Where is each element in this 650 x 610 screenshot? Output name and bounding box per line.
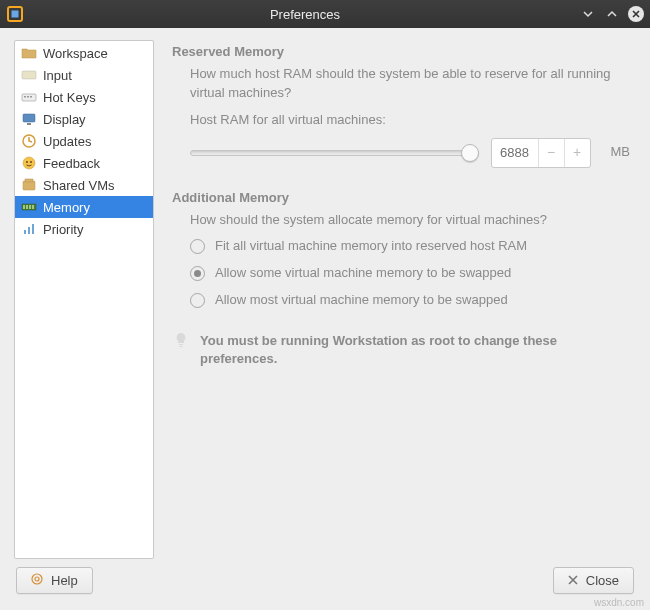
radio-icon: [190, 293, 205, 308]
ram-slider-row: − + MB: [190, 138, 630, 168]
svg-rect-13: [23, 181, 35, 190]
reserved-memory-section: How much host RAM should the system be a…: [172, 65, 630, 168]
reserved-memory-title: Reserved Memory: [172, 44, 630, 59]
radio-label: Fit all virtual machine memory into rese…: [215, 237, 527, 256]
radio-icon: [190, 239, 205, 254]
shared-icon: [21, 177, 37, 193]
svg-rect-17: [26, 205, 28, 209]
slider-label: Host RAM for all virtual machines:: [190, 111, 630, 130]
svg-point-23: [32, 574, 42, 584]
svg-rect-22: [32, 224, 34, 234]
sidebar-item-input[interactable]: Input: [15, 64, 153, 86]
ram-unit: MB: [611, 143, 631, 162]
close-window-button[interactable]: [628, 6, 644, 22]
main-panel: Reserved Memory How much host RAM should…: [172, 40, 636, 559]
sidebar-item-sharedvms[interactable]: Shared VMs: [15, 174, 153, 196]
updates-icon: [21, 133, 37, 149]
svg-rect-8: [27, 123, 31, 125]
sidebar-item-memory[interactable]: Memory: [15, 196, 153, 218]
input-icon: [21, 67, 37, 83]
lightbulb-icon: [172, 332, 190, 352]
reserved-memory-desc: How much host RAM should the system be a…: [190, 65, 630, 103]
minimize-button[interactable]: [580, 6, 596, 22]
additional-memory-desc: How should the system allocate memory fo…: [190, 211, 630, 230]
help-icon: [31, 573, 43, 588]
sidebar-item-priority[interactable]: Priority: [15, 218, 153, 240]
sidebar-item-label: Workspace: [43, 46, 108, 61]
sidebar-item-label: Memory: [43, 200, 90, 215]
svg-rect-14: [25, 179, 33, 182]
dialog-footer: Help Close: [14, 559, 636, 604]
sidebar-item-updates[interactable]: Updates: [15, 130, 153, 152]
spin-plus-button[interactable]: +: [564, 139, 590, 167]
radio-label: Allow most virtual machine memory to be …: [215, 291, 508, 310]
slider-rail: [190, 150, 479, 156]
ram-value-input[interactable]: [492, 139, 538, 167]
svg-rect-16: [23, 205, 25, 209]
svg-rect-18: [29, 205, 31, 209]
feedback-icon: [21, 155, 37, 171]
svg-rect-5: [27, 96, 29, 98]
svg-rect-7: [23, 114, 35, 122]
svg-rect-2: [22, 71, 36, 79]
window-title: Preferences: [30, 7, 580, 22]
sidebar-item-feedback[interactable]: Feedback: [15, 152, 153, 174]
app-icon: [6, 5, 24, 23]
folder-icon: [21, 45, 37, 61]
titlebar-buttons: [580, 6, 644, 22]
sidebar-item-label: Input: [43, 68, 72, 83]
sidebar-item-hotkeys[interactable]: Hot Keys: [15, 86, 153, 108]
sidebar-item-label: Display: [43, 112, 86, 127]
additional-memory-title: Additional Memory: [172, 190, 630, 205]
spin-minus-button[interactable]: −: [538, 139, 564, 167]
keyboard-icon: [21, 89, 37, 105]
preferences-window: Preferences Workspace: [0, 0, 650, 610]
additional-memory-section: How should the system allocate memory fo…: [172, 211, 630, 310]
sidebar-item-workspace[interactable]: Workspace: [15, 42, 153, 64]
maximize-button[interactable]: [604, 6, 620, 22]
svg-point-11: [26, 161, 28, 163]
sidebar-item-label: Hot Keys: [43, 90, 96, 105]
radio-fit-all[interactable]: Fit all virtual machine memory into rese…: [190, 237, 630, 256]
sidebar-item-label: Updates: [43, 134, 91, 149]
svg-rect-19: [32, 205, 34, 209]
watermark: wsxdn.com: [594, 597, 644, 608]
help-button-label: Help: [51, 573, 78, 588]
sidebar-item-label: Shared VMs: [43, 178, 115, 193]
radio-icon: [190, 266, 205, 281]
ram-spinbox: − +: [491, 138, 591, 168]
close-button[interactable]: Close: [553, 567, 634, 594]
content-row: Workspace Input Hot Keys: [14, 40, 636, 559]
priority-icon: [21, 221, 37, 237]
sidebar-item-display[interactable]: Display: [15, 108, 153, 130]
close-button-label: Close: [586, 573, 619, 588]
display-icon: [21, 111, 37, 127]
window-body: Workspace Input Hot Keys: [0, 28, 650, 610]
sidebar-item-label: Priority: [43, 222, 83, 237]
svg-rect-1: [12, 11, 19, 18]
ram-slider[interactable]: [190, 143, 479, 163]
root-warning-text: You must be running Workstation as root …: [200, 332, 630, 368]
slider-thumb[interactable]: [461, 144, 479, 162]
radio-label: Allow some virtual machine memory to be …: [215, 264, 511, 283]
sidebar-item-label: Feedback: [43, 156, 100, 171]
titlebar: Preferences: [0, 0, 650, 28]
help-button[interactable]: Help: [16, 567, 93, 594]
close-icon: [568, 574, 578, 588]
svg-rect-4: [24, 96, 26, 98]
sidebar: Workspace Input Hot Keys: [14, 40, 154, 559]
svg-rect-21: [28, 227, 30, 234]
svg-rect-6: [30, 96, 32, 98]
svg-point-12: [30, 161, 32, 163]
svg-point-10: [23, 157, 35, 169]
memory-icon: [21, 199, 37, 215]
root-warning: You must be running Workstation as root …: [172, 332, 630, 368]
radio-allow-some[interactable]: Allow some virtual machine memory to be …: [190, 264, 630, 283]
svg-point-24: [35, 577, 39, 581]
svg-rect-20: [24, 230, 26, 234]
radio-allow-most[interactable]: Allow most virtual machine memory to be …: [190, 291, 630, 310]
